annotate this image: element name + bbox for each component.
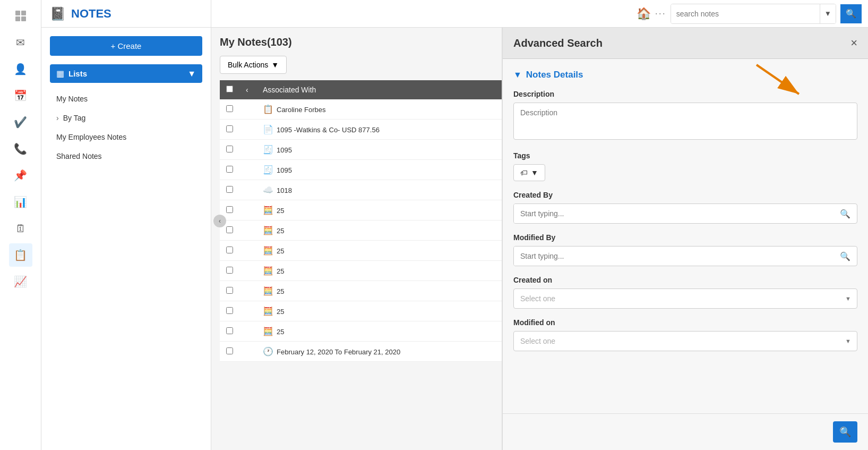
- collapse-handle[interactable]: ‹: [213, 215, 226, 227]
- notes-details-section-header[interactable]: ▼ Notes Details: [513, 70, 857, 80]
- rail-icon-pin[interactable]: 📌: [9, 164, 32, 187]
- row-checkbox[interactable]: [226, 146, 233, 152]
- notes-list-area: My Notes(103) Bulk Actions ▼ ‹ ‹ Associa…: [211, 28, 868, 450]
- modified-on-select-wrapper: Select one: [513, 331, 857, 351]
- by-tag-label: By Tag: [63, 114, 86, 122]
- modified-by-search-icon[interactable]: 🔍: [833, 251, 857, 261]
- main-area: 🏠 ··· ▼ 🔍 My Notes(103) Bulk Actions ▼ ‹: [211, 0, 868, 450]
- row-checkbox[interactable]: [226, 247, 233, 253]
- by-tag-chevron-icon: ›: [56, 114, 59, 122]
- created-on-field-group: Created on Select one: [513, 276, 857, 309]
- created-by-input[interactable]: [514, 204, 833, 223]
- advanced-search-header: Advanced Search ×: [503, 28, 868, 59]
- tag-icon: 🏷: [520, 168, 528, 177]
- created-on-label: Created on: [513, 276, 857, 284]
- advanced-search-go-button[interactable]: 🔍: [833, 421, 857, 443]
- description-textarea[interactable]: [513, 103, 857, 140]
- row-checkbox[interactable]: [226, 327, 233, 334]
- section-chevron-icon: ▼: [513, 70, 522, 80]
- modified-on-field-group: Modified on Select one: [513, 318, 857, 351]
- home-icon[interactable]: 🏠: [637, 7, 651, 21]
- row-checkbox[interactable]: [226, 125, 233, 132]
- rail-icon-calendar[interactable]: 📅: [9, 84, 32, 107]
- advanced-search-title: Advanced Search: [513, 37, 603, 49]
- lists-label: Lists: [68, 69, 183, 78]
- app-icon: 📓: [50, 6, 66, 21]
- lists-grid-icon: ▦: [56, 69, 64, 79]
- sidebar-header: 📓 NOTES: [41, 0, 211, 28]
- sidebar-item-my-notes[interactable]: My Notes: [50, 89, 202, 108]
- rail-icon-notes[interactable]: 📋: [9, 243, 32, 267]
- advanced-search-footer: 🔍: [503, 413, 868, 450]
- sidebar: 📓 NOTES + Create ▦ Lists ▼ My Notes › By…: [41, 0, 211, 450]
- created-by-input-wrapper: 🔍: [513, 203, 857, 224]
- row-checkbox[interactable]: [226, 105, 233, 112]
- modified-on-select[interactable]: Select one: [513, 331, 857, 351]
- bulk-actions-chevron-icon: ▼: [271, 61, 279, 69]
- created-on-select-wrapper: Select one: [513, 288, 857, 309]
- created-by-label: Created By: [513, 191, 857, 199]
- row-checkbox[interactable]: [226, 226, 233, 233]
- tags-field-group: Tags 🏷 ▼: [513, 151, 857, 181]
- rail-icon-check[interactable]: ✔️: [9, 111, 32, 134]
- svg-rect-3: [21, 16, 26, 21]
- header-checkbox-cell: [220, 80, 239, 99]
- svg-rect-1: [21, 11, 26, 15]
- shared-notes-label: Shared Notes: [56, 152, 102, 160]
- modified-on-label: Modified on: [513, 318, 857, 327]
- row-checkbox[interactable]: [226, 206, 233, 213]
- tags-label: Tags: [513, 151, 857, 160]
- modified-by-label: Modified By: [513, 233, 857, 242]
- tags-button[interactable]: 🏷 ▼: [513, 164, 545, 181]
- svg-rect-2: [15, 16, 20, 21]
- search-dropdown-button[interactable]: ▼: [820, 4, 836, 23]
- row-checkbox[interactable]: [226, 186, 233, 193]
- rail-icon-contact[interactable]: 👤: [9, 57, 32, 81]
- row-checkbox[interactable]: [226, 166, 233, 173]
- modified-by-input-wrapper: 🔍: [513, 246, 857, 266]
- lists-row[interactable]: ▦ Lists ▼: [50, 64, 202, 83]
- notes-details-section-title: Notes Details: [526, 70, 583, 80]
- app-title: NOTES: [71, 7, 111, 21]
- tags-dropdown-icon: ▼: [531, 168, 538, 177]
- rail-icon-phone[interactable]: 📞: [9, 137, 32, 160]
- description-field-group: Description: [513, 90, 857, 142]
- employee-notes-label: My Employees Notes: [56, 133, 126, 141]
- advanced-search-panel: Advanced Search × ▼ Notes Details Descri…: [502, 28, 868, 450]
- created-by-search-icon[interactable]: 🔍: [833, 209, 857, 219]
- sidebar-item-employee-notes[interactable]: My Employees Notes: [50, 128, 202, 147]
- rail-icon-chart[interactable]: 📈: [9, 270, 32, 293]
- row-checkbox[interactable]: [226, 307, 233, 314]
- row-checkbox[interactable]: [226, 267, 233, 274]
- row-checkbox[interactable]: [226, 347, 233, 354]
- created-by-field-group: Created By 🔍: [513, 191, 857, 224]
- svg-rect-0: [15, 11, 20, 15]
- top-bar: 🏠 ··· ▼ 🔍: [211, 0, 868, 28]
- bulk-actions-button[interactable]: Bulk Actions ▼: [220, 56, 287, 74]
- rail-icon-mail[interactable]: ✉: [9, 31, 32, 54]
- created-on-select[interactable]: Select one: [513, 288, 857, 309]
- modified-by-field-group: Modified By 🔍: [513, 233, 857, 266]
- advanced-search-close-button[interactable]: ×: [850, 36, 857, 50]
- create-button[interactable]: + Create: [50, 36, 202, 56]
- header-back-col: ‹: [239, 80, 256, 99]
- rail-icon-table[interactable]: 📊: [9, 190, 32, 214]
- advanced-search-body: ▼ Notes Details Description Tags 🏷 ▼: [503, 59, 868, 413]
- search-container: ▼: [671, 4, 836, 24]
- select-all-checkbox[interactable]: [226, 86, 233, 92]
- rail-icon-grid[interactable]: [9, 4, 32, 28]
- sidebar-body: + Create ▦ Lists ▼ My Notes › By Tag My …: [41, 28, 211, 450]
- description-label: Description: [513, 90, 857, 98]
- row-checkbox[interactable]: [226, 287, 233, 294]
- bulk-actions-label: Bulk Actions: [228, 61, 268, 69]
- sidebar-item-shared-notes[interactable]: Shared Notes: [50, 147, 202, 166]
- search-input[interactable]: [671, 4, 820, 23]
- sidebar-item-by-tag[interactable]: › By Tag: [50, 108, 202, 128]
- rail-icon-cal2[interactable]: 🗓: [9, 217, 32, 240]
- my-notes-label: My Notes: [56, 95, 88, 103]
- search-go-button[interactable]: 🔍: [840, 4, 862, 23]
- modified-by-input[interactable]: [514, 247, 833, 266]
- lists-chevron-icon: ▼: [187, 69, 196, 79]
- icon-rail: ✉ 👤 📅 ✔️ 📞 📌 📊 🗓 📋 📈: [0, 0, 41, 450]
- more-options-icon[interactable]: ···: [655, 8, 666, 19]
